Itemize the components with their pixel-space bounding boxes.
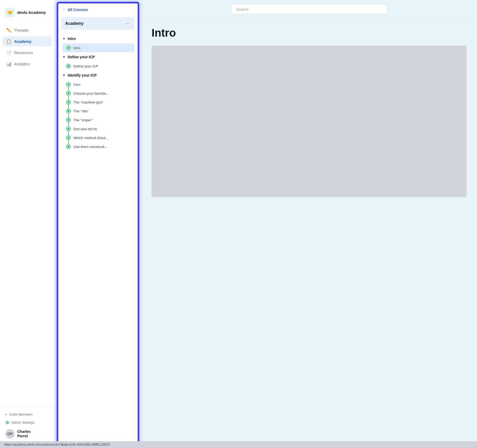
lesson-label-machine-gun: The "machine-gun" xyxy=(73,100,103,104)
lesson-complete-icon xyxy=(66,45,71,50)
sidebar-item-label-threads: Threads xyxy=(14,28,28,32)
lesson-item-rifle[interactable]: The "rifle" xyxy=(62,107,135,116)
lesson-item-sniper[interactable]: The "sniper" xyxy=(62,116,135,124)
lesson-label-sniper: The "sniper" xyxy=(73,118,92,122)
course-panel: ← All Courses Academy ··· ▼ Intro Intro … xyxy=(57,3,138,445)
admin-settings-button[interactable]: ⚙️ Admin Settings xyxy=(4,418,51,427)
app-name: devlo Academy xyxy=(17,10,46,15)
lesson-item-use-consecutively[interactable]: Use them consecuti... xyxy=(62,142,135,151)
academy-icon: 📋 xyxy=(6,39,11,44)
sections-container: ▼ Intro Intro ▼ Define your ICP Define y… xyxy=(61,34,135,151)
chevron-down-icon: ▼ xyxy=(62,55,66,59)
content-area: Intro xyxy=(141,19,477,448)
lesson-item-which-method[interactable]: Which method shoul... xyxy=(62,133,135,142)
course-header: Academy ··· xyxy=(61,17,135,30)
course-menu-button[interactable]: ··· xyxy=(125,20,131,27)
section-header-define-icp[interactable]: ▼ Define your ICP xyxy=(61,52,135,62)
search-placeholder: Search xyxy=(236,7,249,12)
lesson-complete-icon xyxy=(66,91,71,96)
search-bar[interactable]: Search xyxy=(231,4,387,14)
lesson-label-use-consecutively: Use them consecuti... xyxy=(73,145,107,149)
lesson-complete-icon xyxy=(66,135,71,140)
lesson-item-identify-intro[interactable]: Intro xyxy=(62,80,135,89)
section-header-intro[interactable]: ▼ Intro xyxy=(61,34,135,43)
section-intro: ▼ Intro Intro xyxy=(61,34,135,52)
back-arrow-icon: ← xyxy=(62,8,66,12)
lesson-label-identify-intro: Intro xyxy=(73,83,80,87)
admin-settings-label: Admin Settings xyxy=(11,421,34,424)
sidebar-item-resources[interactable]: 📄 Resources xyxy=(3,48,52,58)
lesson-label-rifle: The "rifle" xyxy=(73,109,89,113)
chevron-down-icon: ▼ xyxy=(62,37,66,41)
lesson-item-define-icp-lesson[interactable]: Define your ICP xyxy=(62,62,135,71)
lesson-complete-icon xyxy=(66,82,71,87)
lesson-complete-icon xyxy=(66,109,71,113)
lesson-label-choose-favorite: Choose your favorite... xyxy=(73,91,109,95)
section-identify-icp: ▼ Identify your ICP Intro Choose your fa… xyxy=(61,71,135,151)
lesson-label-define-icp-lesson: Define your ICP xyxy=(73,64,98,68)
invite-members-label: Invite Members xyxy=(9,412,33,416)
top-bar: Search xyxy=(141,0,477,19)
sidebar-nav: ✏️ Threads 📋 Academy 📄 Resources 📊 Analy… xyxy=(0,25,55,406)
lesson-label-which-method: Which method shoul... xyxy=(73,136,108,140)
section-define-icp: ▼ Define your ICP Define your ICP xyxy=(61,52,135,71)
lesson-complete-icon xyxy=(66,127,71,131)
lessons-group-intro: Intro xyxy=(61,43,135,52)
logo-icon: 🤝 xyxy=(5,8,15,17)
url-text: https://academy.devlo.ch/courses/c/c2e7d… xyxy=(4,443,110,446)
lesson-complete-icon xyxy=(66,100,71,105)
chevron-down-icon: ▼ xyxy=(62,73,66,77)
sidebar-item-label-analytics: Analytics xyxy=(14,62,30,66)
avatar: CP xyxy=(5,429,15,439)
lessons-group-identify-icp: Intro Choose your favorite... The "machi… xyxy=(61,80,135,151)
section-title-identify-icp: Identify your ICP xyxy=(68,73,97,77)
lesson-complete-icon xyxy=(66,64,71,68)
section-title-intro: Intro xyxy=(68,37,76,41)
lesson-complete-icon xyxy=(66,118,71,122)
lesson-item-machine-gun[interactable]: The "machine-gun" xyxy=(62,98,135,107)
sidebar-bottom: + Invite Members ⚙️ Admin Settings CP Ch… xyxy=(0,406,55,443)
user-name: CharlesPerret xyxy=(17,429,31,438)
lesson-item-choose-favorite[interactable]: Choose your favorite... xyxy=(62,89,135,98)
sidebar-item-label-academy: Academy xyxy=(14,39,32,44)
lesson-item-intro-lesson[interactable]: Intro xyxy=(62,43,135,52)
lesson-complete-icon xyxy=(66,144,71,149)
sidebar-item-academy[interactable]: 📋 Academy xyxy=(3,36,52,47)
lessons-group-define-icp: Define your ICP xyxy=(61,62,135,71)
gear-icon: ⚙️ xyxy=(5,421,9,424)
sidebar-item-analytics[interactable]: 📊 Analytics xyxy=(3,59,52,69)
lesson-item-dos-donts[interactable]: Dos and don'ts xyxy=(62,124,135,133)
lesson-label-intro-lesson: Intro xyxy=(73,46,80,50)
back-to-courses-button[interactable]: ← All Courses xyxy=(61,8,135,12)
lesson-label-dos-donts: Dos and don'ts xyxy=(73,127,97,131)
section-header-identify-icp[interactable]: ▼ Identify your ICP xyxy=(61,71,135,80)
plus-icon: + xyxy=(5,412,7,416)
content-title: Intro xyxy=(152,27,467,39)
invite-members-button[interactable]: + Invite Members xyxy=(4,410,51,418)
sidebar-item-threads[interactable]: ✏️ Threads xyxy=(3,25,52,35)
sidebar: 🤝 devlo Academy ✏️ Threads 📋 Academy 📄 R… xyxy=(0,0,55,448)
url-bar: https://academy.devlo.ch/courses/c/c2e7d… xyxy=(0,441,477,448)
course-title: Academy xyxy=(65,21,84,26)
resources-icon: 📄 xyxy=(6,50,11,55)
section-title-define-icp: Define your ICP xyxy=(68,55,95,59)
main-content: Search Intro xyxy=(141,0,477,448)
user-profile[interactable]: CP CharlesPerret xyxy=(4,427,51,439)
analytics-icon: 📊 xyxy=(6,61,11,66)
threads-icon: ✏️ xyxy=(6,28,11,33)
sidebar-item-label-resources: Resources xyxy=(14,50,33,55)
video-placeholder xyxy=(152,45,467,197)
app-logo[interactable]: 🤝 devlo Academy xyxy=(0,5,55,25)
back-label: All Courses xyxy=(68,8,88,12)
